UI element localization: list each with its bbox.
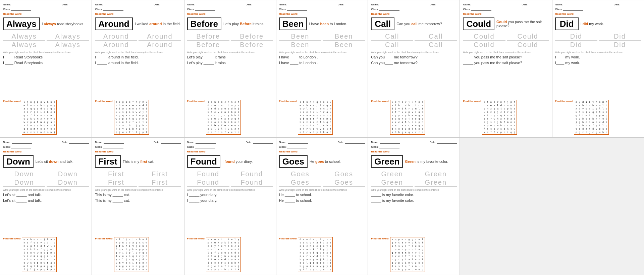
trace-word-1a: Always: [3, 33, 45, 41]
trace-word-1b: Goes: [323, 170, 365, 178]
name-label: Name:: [279, 3, 308, 6]
class-label: Class:: [279, 145, 307, 148]
card-always: Name: Date: Class: Read the word Always …: [0, 0, 92, 138]
fill-sentence-1: This is my _____ cat.: [95, 193, 181, 197]
write-instruction: Write your sight word on the blank lines…: [3, 189, 89, 191]
date-label: Date:: [338, 141, 365, 144]
date-label: Date:: [246, 141, 273, 144]
fill-sentence-2: Let's play _____ it rains: [187, 61, 273, 65]
example-sentence: Could you pass me the salt please?: [496, 20, 549, 28]
word-box-row: Call Can you call me tomorrow?: [371, 17, 457, 30]
class-label: Class:: [279, 8, 307, 11]
class-row: Class:: [187, 8, 273, 11]
card-found: Name: Date: Class: Read the word Found I…: [184, 138, 276, 275]
fill-sentence-2: He _____ to school.: [279, 198, 365, 202]
trace-row-1: Goes Goes: [279, 170, 365, 178]
class-row: Class:: [555, 8, 641, 11]
trace-word-1b: Green: [415, 170, 457, 178]
class-row: Class:: [187, 145, 273, 148]
write-instruction: Write your sight word on the blank lines…: [3, 51, 89, 53]
card-been: Name: Date: Class: Read the word Been I …: [276, 0, 368, 138]
class-row: Class:: [279, 8, 365, 11]
card-down: Name: Date: Class: Read the word Down Le…: [0, 138, 92, 275]
trace-row-1: Could Could: [463, 33, 549, 41]
trace-word-1a: Call: [371, 33, 413, 41]
read-word-label: Read the word: [279, 12, 365, 15]
trace-word-1b: Did: [599, 33, 641, 41]
word-box-row: Goes He goes to school.: [279, 155, 365, 168]
read-word-label: Read the word: [187, 150, 273, 153]
write-instruction: Write your sight word on the blank lines…: [371, 189, 457, 191]
fill-sentence-2: I _____ around in the field.: [95, 61, 181, 65]
word-box-row: First This is my first cat.: [95, 155, 181, 168]
trace-row-1: Around Around: [95, 33, 181, 41]
class-label: Class:: [371, 145, 399, 148]
date-label: Date:: [522, 3, 549, 6]
word-box: Green: [371, 155, 403, 168]
write-instruction: Write your sight word on the blank lines…: [187, 189, 273, 191]
tracing-area: Green Green Green Green: [371, 170, 457, 187]
trace-word-1a: Green: [371, 170, 413, 178]
trace-word-2b: Green: [415, 179, 457, 187]
trace-word-1a: Goes: [279, 170, 321, 178]
example-sentence: He goes to school.: [310, 159, 365, 164]
fill-sentence-2: I _____ your diary.: [187, 198, 273, 202]
read-word-label: Read the word: [95, 150, 181, 153]
trace-word-1b: Been: [323, 33, 365, 41]
word-search-grid: xtabrnrjpfrcouldhnoisnzqqjvpkslizqjcdrqn…: [482, 100, 517, 135]
find-word-label: Find the word: [187, 237, 205, 240]
find-word-label: Find the word: [95, 100, 112, 103]
trace-word-1a: Could: [463, 33, 505, 41]
word-box-row: Green Green is my favorite color.: [371, 155, 457, 168]
trace-word-1b: Call: [415, 33, 457, 41]
word-box: Around: [95, 17, 132, 30]
trace-word-2b: Around: [139, 41, 181, 49]
find-word-section: Find the word vdyovjktpdafbcdhctczdjvdkr…: [371, 100, 457, 135]
word-box: Could: [463, 17, 494, 30]
date-label: Date:: [614, 3, 641, 6]
trace-word-1b: Always: [47, 33, 89, 41]
trace-row-2: Call Call: [371, 41, 457, 49]
find-word-section: Find the word pffjcthbutvpusvaqxcwgfirst…: [95, 237, 181, 272]
find-word-section: Find the word ljwgpgyknsmfmuabbgeyaqqggd…: [3, 100, 89, 135]
word-box: Been: [279, 17, 307, 30]
write-instruction: Write your sight word on the blank lines…: [95, 51, 181, 53]
fill-sentence-1: _____ you pass me the salt please?: [463, 55, 549, 59]
trace-row-2: Green Green: [371, 179, 457, 187]
find-word-label: Find the word: [463, 100, 480, 103]
fill-sentence-2: I ____ Read Storybooks: [3, 61, 89, 65]
header-row: Name: Date:: [95, 141, 181, 144]
trace-word-1a: Down: [3, 170, 45, 178]
date-label: Date:: [246, 3, 273, 6]
card-could: Name: Date: Class: Read the word Could C…: [460, 0, 552, 138]
class-row: Class:: [463, 8, 549, 11]
trace-word-2b: Down: [47, 179, 89, 187]
word-box: Did: [555, 17, 579, 30]
write-instruction: Write your sight word on the blank lines…: [371, 51, 457, 53]
word-box-row: Been I have been to London.: [279, 17, 365, 30]
trace-row-2: Goes Goes: [279, 179, 365, 187]
card-call: Name: Date: Class: Read the word Call Ca…: [368, 0, 460, 138]
trace-row-1: Been Been: [279, 33, 365, 41]
trace-row-1: Call Call: [371, 33, 457, 41]
trace-row-1: First First: [95, 170, 181, 178]
class-row: Class:: [95, 8, 181, 11]
tracing-area: Found Found Found Found: [187, 170, 273, 187]
find-word-label: Find the word: [187, 100, 205, 103]
fill-sentence-2: I have ____ to London .: [279, 61, 365, 65]
find-word-section: Find the word sbnnlqcxsumnhxujldqmtwlagj…: [279, 100, 365, 135]
fill-sentence-2: _____ is my favorite color.: [371, 198, 457, 202]
find-word-label: Find the word: [3, 100, 20, 103]
read-word-label: Read the word: [187, 12, 273, 15]
trace-word-1a: Found: [187, 170, 229, 178]
class-row: Class:: [3, 8, 89, 11]
read-word-label: Read the word: [371, 12, 457, 15]
tracing-area: Down Down Down Down: [3, 170, 89, 187]
trace-row-2: First First: [95, 179, 181, 187]
trace-word-2a: Been: [279, 41, 321, 49]
word-box-row: Could Could you pass me the salt please?: [463, 17, 549, 30]
trace-word-1a: Around: [95, 33, 137, 41]
date-label: Date:: [154, 141, 181, 144]
word-box-row: Found I found your diary.: [187, 155, 273, 168]
trace-word-2a: Always: [3, 41, 45, 49]
